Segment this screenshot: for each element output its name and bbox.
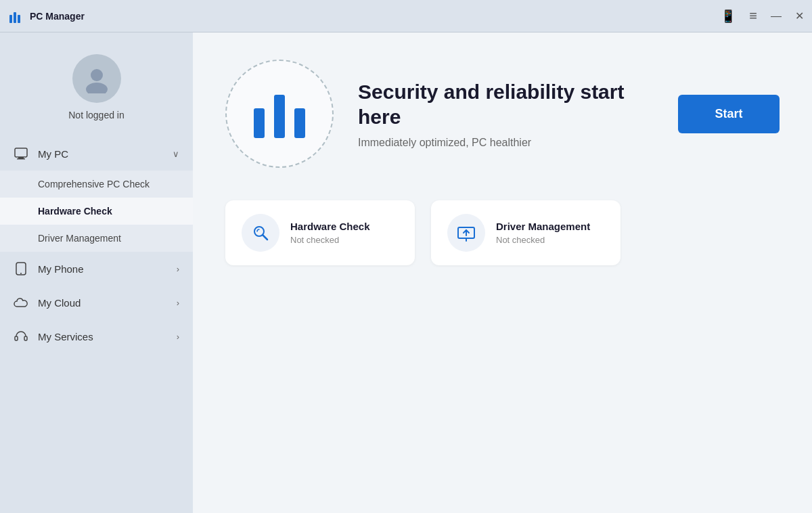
hardware-check-icon <box>242 214 279 252</box>
app-icon <box>8 8 24 24</box>
menu-icon[interactable]: ≡ <box>749 8 757 24</box>
sidebar-item-my-services[interactable]: My Services › <box>0 319 193 353</box>
hero-subtitle: Immediately optimized, PC healthier <box>358 137 654 149</box>
hardware-check-title: Hardware Check <box>290 221 370 232</box>
my-cloud-label: My Cloud <box>38 297 167 309</box>
svg-line-16 <box>263 235 267 240</box>
svg-rect-5 <box>15 148 27 157</box>
user-section: Not logged in <box>0 32 193 137</box>
my-pc-subitems: Comprehensive PC Check Hardware Check Dr… <box>0 171 193 252</box>
hardware-check-status: Not checked <box>290 235 370 245</box>
svg-rect-10 <box>15 336 18 340</box>
feature-cards: Hardware Check Not checked <box>225 200 780 265</box>
cloud-icon <box>14 295 28 310</box>
svg-rect-11 <box>24 336 27 340</box>
titlebar: PC Manager 📱 ≡ — ✕ <box>0 0 812 32</box>
sidebar-item-hardware-check[interactable]: Hardware Check <box>0 198 193 225</box>
chevron-right-icon: › <box>177 264 179 274</box>
titlebar-logo: PC Manager <box>8 8 721 24</box>
driver-management-card[interactable]: Driver Management Not checked <box>431 200 621 265</box>
my-phone-label: My Phone <box>38 263 167 275</box>
svg-rect-2 <box>18 15 20 23</box>
app-body: Not logged in My PC ∨ Comprehensi <box>0 32 812 513</box>
driver-management-title: Driver Management <box>496 221 590 232</box>
avatar-icon <box>82 64 112 93</box>
monitor-icon <box>14 146 28 161</box>
svg-point-9 <box>20 273 22 274</box>
hardware-check-text: Hardware Check Not checked <box>290 221 370 245</box>
driver-management-icon <box>447 214 485 252</box>
nav-section: My PC ∨ Comprehensive PC Check Hardware … <box>0 137 193 499</box>
svg-rect-0 <box>9 15 12 23</box>
pc-manager-logo <box>252 89 307 138</box>
sidebar-item-driver-management[interactable]: Driver Management <box>0 225 193 252</box>
headset-icon <box>14 329 28 344</box>
hero-logo <box>252 89 307 138</box>
driver-management-text: Driver Management Not checked <box>496 221 590 245</box>
sidebar-item-my-phone[interactable]: My Phone › <box>0 252 193 286</box>
close-icon[interactable]: ✕ <box>795 9 804 22</box>
start-button[interactable]: Start <box>678 95 780 133</box>
minimize-icon[interactable]: — <box>771 10 782 22</box>
hero-text: Security and reliability start here Imme… <box>358 79 654 149</box>
titlebar-controls: 📱 ≡ — ✕ <box>721 8 804 24</box>
main-content: Security and reliability start here Imme… <box>193 32 812 513</box>
phone-icon <box>14 261 28 276</box>
svg-point-3 <box>91 69 103 81</box>
user-status: Not logged in <box>68 110 125 120</box>
svg-rect-7 <box>17 158 25 160</box>
svg-rect-12 <box>254 108 265 138</box>
driver-management-status: Not checked <box>496 235 590 245</box>
sidebar-item-my-cloud[interactable]: My Cloud › <box>0 286 193 319</box>
svg-rect-1 <box>14 12 16 23</box>
hero-title: Security and reliability start here <box>358 79 654 130</box>
svg-rect-14 <box>294 108 305 138</box>
sidebar: Not logged in My PC ∨ Comprehensi <box>0 32 193 513</box>
svg-rect-13 <box>274 95 285 138</box>
hardware-check-card[interactable]: Hardware Check Not checked <box>225 200 415 265</box>
chevron-down-icon: ∨ <box>173 149 179 159</box>
chevron-right-icon: › <box>177 298 179 308</box>
app-title: PC Manager <box>30 11 85 22</box>
my-services-label: My Services <box>38 331 167 342</box>
phone-icon[interactable]: 📱 <box>721 9 736 24</box>
chevron-right-icon: › <box>177 332 179 342</box>
sidebar-item-comprehensive-pc-check[interactable]: Comprehensive PC Check <box>0 171 193 198</box>
svg-rect-6 <box>18 157 24 158</box>
hero-section: Security and reliability start here Imme… <box>225 60 780 168</box>
avatar <box>72 54 121 103</box>
svg-point-4 <box>86 83 108 93</box>
my-pc-label: My PC <box>38 148 163 160</box>
hero-logo-circle <box>225 60 334 168</box>
sidebar-item-my-pc[interactable]: My PC ∨ <box>0 137 193 171</box>
